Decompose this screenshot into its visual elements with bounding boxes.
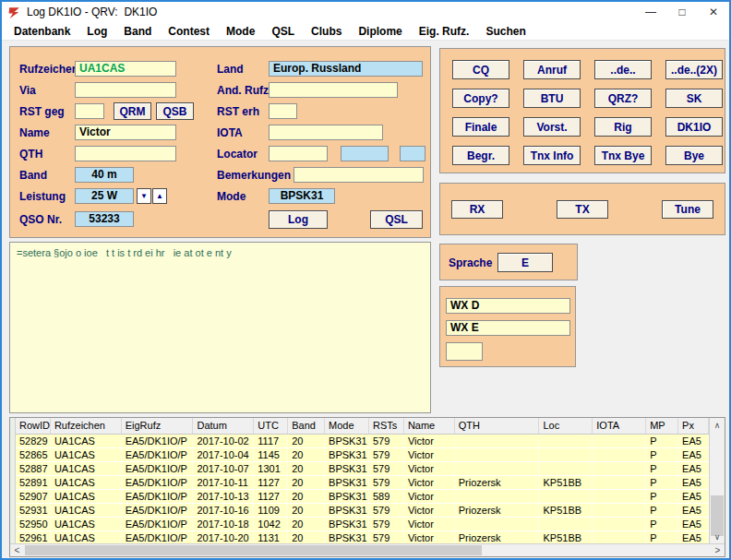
table-row[interactable]: 52891UA1CASEA5/DK1IO/P2017-10-11112720BP… (16, 476, 709, 490)
scroll-up-icon[interactable]: ∧ (710, 418, 725, 432)
menu-item-qsl[interactable]: QSL (263, 23, 303, 40)
rst-geg-input[interactable] (75, 103, 104, 119)
log-table: RowIDRufzeichenEigRufzDatumUTCBandModeRS… (9, 417, 725, 557)
iota-input[interactable] (269, 125, 383, 140)
rufzeichen-input[interactable]: UA1CAS (75, 61, 176, 77)
macro-button-panel: CQAnruf..de....de..(2X)Copy?BTUQRZ?SKFin… (439, 48, 725, 173)
horizontal-scrollbar[interactable]: < > (10, 543, 725, 556)
column-header-eigrufz[interactable]: EigRufz (122, 418, 194, 434)
macro-button-tnx-bye[interactable]: Tnx Bye (594, 146, 652, 165)
close-icon[interactable]: ✕ (698, 2, 729, 22)
table-cell: P (646, 504, 678, 517)
qrm-button[interactable]: QRM (114, 102, 151, 120)
bemerkungen-label: Bemerkungen (217, 169, 291, 182)
rx-button[interactable]: RX (451, 200, 503, 219)
column-header-utc[interactable]: UTC (254, 418, 288, 434)
macro-button-sk[interactable]: SK (665, 89, 723, 108)
rx-text-area[interactable]: =setera §ojo o ioe t t is t rd ei hr ie … (9, 242, 431, 413)
column-header-mode[interactable]: Mode (325, 418, 369, 434)
table-cell: UA1CAS (51, 518, 122, 530)
macro-button-qrz[interactable]: QRZ? (594, 89, 652, 108)
qsl-button[interactable]: QSL (370, 210, 423, 229)
horizontal-scroll-thumb[interactable] (25, 545, 482, 555)
wx-e-input[interactable]: WX E (446, 320, 570, 336)
land-field[interactable]: Europ. Russland (269, 61, 423, 77)
table-cell (455, 490, 540, 503)
menu-item-band[interactable]: Band (115, 23, 160, 40)
table-cell: P (646, 518, 678, 530)
band-field[interactable]: 40 m (75, 167, 134, 183)
menu-item-diplome[interactable]: Diplome (350, 23, 410, 40)
and-rufz-input[interactable] (269, 82, 398, 98)
column-header-band[interactable]: Band (288, 418, 325, 434)
vertical-scrollbar[interactable]: ∧ ∨ (709, 418, 725, 543)
menu-item-datenbank[interactable]: Datenbank (6, 23, 78, 40)
table-cell: 20 (288, 448, 325, 461)
menu-item-clubs[interactable]: Clubs (303, 23, 350, 40)
macro-button-de-2x[interactable]: ..de..(2X) (665, 60, 723, 79)
scroll-left-icon[interactable]: < (10, 544, 24, 556)
tune-button[interactable]: Tune (662, 200, 713, 219)
bemerkungen-input[interactable] (294, 167, 424, 183)
tx-button[interactable]: TX (557, 200, 608, 219)
column-header-mp[interactable]: MP (646, 418, 678, 434)
menu-item-contest[interactable]: Contest (160, 23, 218, 40)
macro-button-de[interactable]: ..de.. (594, 60, 652, 79)
scroll-right-icon[interactable]: > (711, 544, 725, 556)
band-label: Band (19, 169, 47, 182)
maximize-icon[interactable]: □ (666, 2, 698, 22)
name-input[interactable]: Victor (75, 125, 176, 140)
mode-field[interactable]: BPSK31 (269, 188, 335, 204)
column-header-rowid[interactable]: RowID (16, 418, 51, 434)
menu-item-mode[interactable]: Mode (218, 23, 263, 40)
wx-d-input[interactable]: WX D (446, 298, 570, 314)
menu-bar: DatenbankLogBandContestModeQSLClubsDiplo… (2, 22, 729, 41)
table-cell (593, 435, 646, 447)
macro-button-tnx-info[interactable]: Tnx Info (523, 146, 581, 165)
table-cell: BPSK31 (325, 448, 369, 461)
table-row[interactable]: 52865UA1CASEA5/DK1IO/P2017-10-04114520BP… (16, 448, 709, 462)
macro-button-anruf[interactable]: Anruf (523, 60, 581, 79)
scroll-down-icon[interactable]: ∨ (710, 530, 725, 543)
column-header-px[interactable]: Px (678, 418, 709, 434)
via-input[interactable] (75, 82, 176, 98)
column-header-datum[interactable]: Datum (193, 418, 254, 434)
table-row[interactable]: 52887UA1CASEA5/DK1IO/P2017-10-07130120BP… (16, 462, 709, 476)
column-header-name[interactable]: Name (404, 418, 455, 434)
menu-item-log[interactable]: Log (78, 23, 115, 40)
table-row[interactable]: 52931UA1CASEA5/DK1IO/P2017-10-16110920BP… (16, 504, 709, 518)
macro-button-cq[interactable]: CQ (452, 60, 509, 79)
sprache-field[interactable]: E (497, 253, 553, 272)
menu-item-suchen[interactable]: Suchen (477, 23, 533, 40)
rst-erh-input[interactable] (269, 103, 297, 119)
qsb-button[interactable]: QSB (156, 102, 194, 120)
leistung-down-icon[interactable]: ▼ (137, 188, 151, 204)
leistung-field[interactable]: 25 W (75, 188, 134, 204)
macro-button-dk1io[interactable]: DK1IO (665, 117, 723, 137)
table-row[interactable]: 52961UA1CASEA5/DK1IO/P2017-10-20113120BP… (16, 531, 709, 543)
macro-button-btu[interactable]: BTU (523, 89, 581, 108)
minimize-icon[interactable]: — (635, 2, 666, 22)
table-row[interactable]: 52829UA1CASEA5/DK1IO/P2017-10-02111720BP… (16, 435, 709, 448)
log-button[interactable]: Log (269, 210, 328, 229)
locator-input[interactable] (269, 146, 328, 161)
table-row[interactable]: 52907UA1CASEA5/DK1IO/P2017-10-13112720BP… (16, 490, 709, 504)
leistung-up-icon[interactable]: ▲ (152, 188, 167, 204)
table-row[interactable]: 52950UA1CASEA5/DK1IO/P2017-10-18104220BP… (16, 518, 709, 531)
table-cell: 52961 (16, 531, 51, 543)
macro-button-bye[interactable]: Bye (665, 146, 723, 165)
column-header-loc[interactable]: Loc (539, 418, 593, 434)
table-cell: EA5 (678, 435, 709, 447)
wx-small-input[interactable] (446, 342, 483, 361)
column-header-iota[interactable]: IOTA (593, 418, 646, 434)
macro-button-vorst[interactable]: Vorst. (523, 117, 581, 137)
column-header-rsts[interactable]: RSTs (369, 418, 404, 434)
macro-button-copy[interactable]: Copy? (452, 89, 509, 108)
macro-button-rig[interactable]: Rig (594, 117, 652, 137)
macro-button-begr[interactable]: Begr. (452, 146, 509, 165)
macro-button-finale[interactable]: Finale (452, 117, 509, 137)
menu-item-eig-rufz[interactable]: Eig. Rufz. (411, 23, 478, 40)
column-header-rufzeichen[interactable]: Rufzeichen (51, 418, 122, 434)
qth-input[interactable] (75, 146, 176, 161)
column-header-qth[interactable]: QTH (455, 418, 540, 434)
